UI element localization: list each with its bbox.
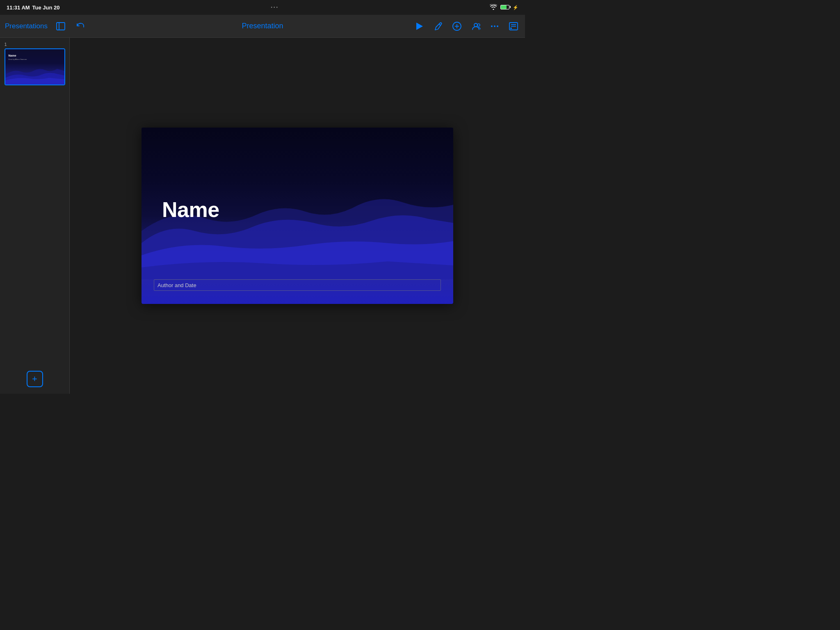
svg-marker-2 — [416, 23, 423, 30]
status-date: Tue Jun 20 — [32, 5, 60, 11]
slide-panel: 1 Name Done by Allison Seamore + — [0, 38, 70, 394]
toolbar: Presentations Presentation — [0, 15, 525, 38]
mountain-svg — [142, 183, 453, 280]
undo-button[interactable] — [74, 20, 87, 33]
slide-number: 1 — [5, 42, 65, 47]
status-time: 11:31 AM — [7, 5, 30, 11]
presentation-title: Presentation — [242, 22, 283, 30]
add-slide-button[interactable]: + — [27, 371, 43, 387]
status-bar: 11:31 AM Tue Jun 20 ··· ⚡ — [0, 0, 525, 15]
author-date-text: Author and Date — [158, 282, 196, 288]
thumb-subtitle: Done by Allison Seamore — [9, 58, 27, 60]
svg-point-8 — [477, 24, 480, 26]
svg-point-9 — [491, 25, 493, 27]
sidebar-toggle-button[interactable] — [54, 20, 67, 33]
format-button[interactable] — [507, 20, 520, 33]
slide-background: Name Author and Date — [142, 128, 453, 304]
more-options-button[interactable] — [488, 20, 501, 33]
main-layout: 1 Name Done by Allison Seamore + — [0, 38, 525, 394]
svg-point-10 — [494, 25, 495, 27]
svg-point-7 — [474, 23, 477, 27]
thumb-title: Name — [9, 54, 16, 57]
slide-1-thumbnail[interactable]: Name Done by Allison Seamore — [5, 48, 65, 85]
play-button[interactable] — [413, 20, 426, 33]
collaboration-button[interactable] — [469, 20, 482, 33]
draw-button[interactable] — [431, 20, 445, 33]
add-object-button[interactable] — [450, 20, 463, 33]
svg-point-15 — [510, 27, 512, 29]
slide-canvas[interactable]: Name Author and Date — [142, 128, 453, 304]
svg-line-3 — [439, 24, 441, 25]
top-dots: ··· — [271, 4, 278, 11]
wifi-icon — [490, 4, 497, 11]
charging-icon: ⚡ — [513, 5, 518, 10]
author-date-box[interactable]: Author and Date — [154, 279, 441, 291]
svg-rect-0 — [57, 23, 65, 30]
canvas-area: Name Author and Date — [70, 38, 525, 394]
slide-title[interactable]: Name — [162, 197, 219, 222]
battery-icon — [500, 5, 509, 11]
back-button[interactable]: Presentations — [5, 22, 48, 30]
svg-point-11 — [497, 25, 498, 27]
slide-1-wrapper: 1 Name Done by Allison Seamore — [5, 42, 65, 85]
